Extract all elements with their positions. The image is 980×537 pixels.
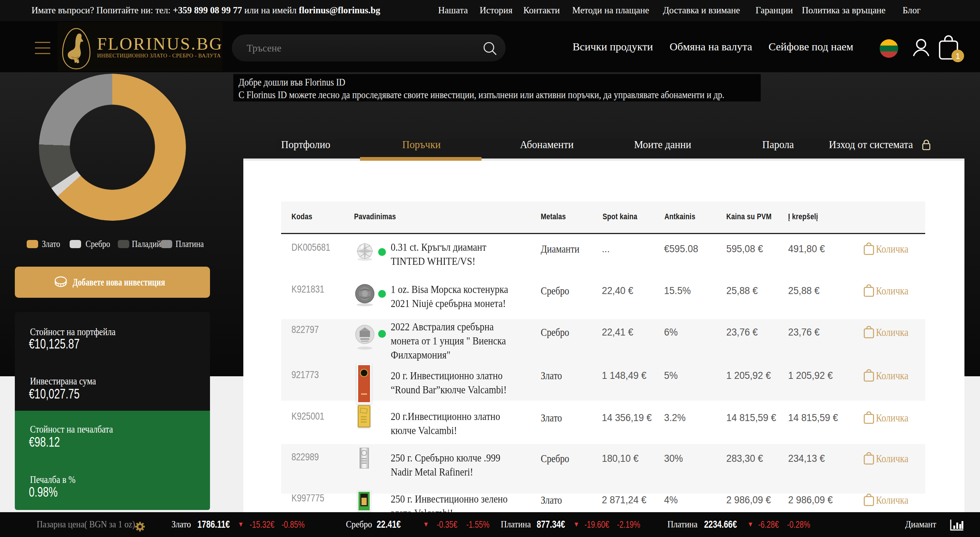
- svg-text:1: 1: [956, 51, 960, 61]
